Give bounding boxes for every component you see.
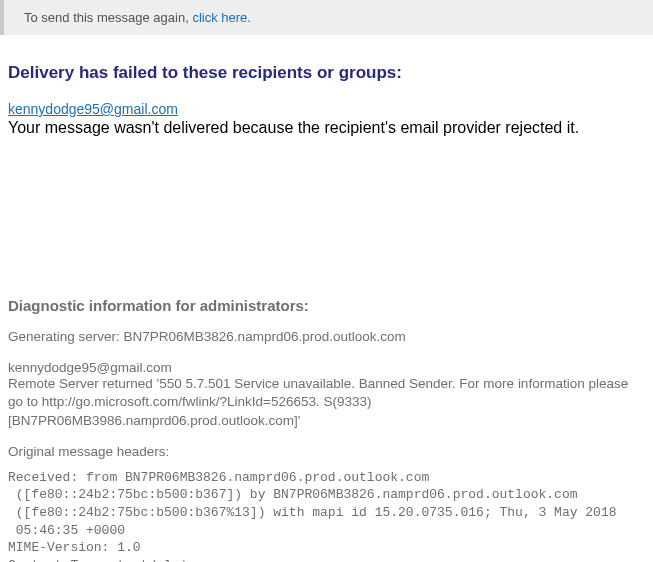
resend-notice-bar: To send this message again, click here.	[0, 0, 653, 35]
resend-link[interactable]: click here.	[192, 10, 251, 25]
failed-recipient-email-link[interactable]: kennydodge95@gmail.com	[8, 101, 178, 117]
failed-recipient-block: kennydodge95@gmail.com Your message wasn…	[8, 101, 645, 137]
diagnostic-heading: Diagnostic information for administrator…	[8, 297, 645, 314]
resend-notice-text: To send this message again,	[24, 10, 192, 25]
failure-reason-text: Your message wasn't delivered because th…	[8, 119, 645, 137]
original-message-headers: Received: from BN7PR06MB3826.namprd06.pr…	[8, 469, 645, 562]
delivery-failure-heading: Delivery has failed to these recipients …	[8, 63, 645, 83]
diagnostic-recipient-line: kennydodge95@gmail.com	[8, 360, 645, 375]
original-headers-label: Original message headers:	[8, 444, 645, 459]
spacer	[8, 137, 645, 297]
message-body: Delivery has failed to these recipients …	[0, 63, 653, 562]
generating-server-line: Generating server: BN7PR06MB3826.namprd0…	[8, 328, 645, 346]
remote-server-error: Remote Server returned '550 5.7.501 Serv…	[8, 375, 645, 430]
